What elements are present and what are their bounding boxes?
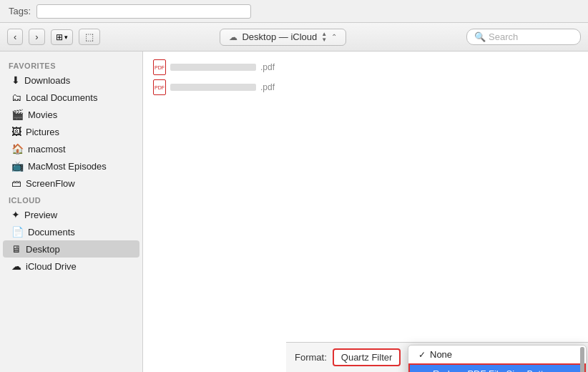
sidebar-item-icloud-drive[interactable]: ☁ iCloud Drive [3,258,139,275]
macmost-episodes-icon: 📺 [11,160,24,172]
movies-icon: 🎬 [11,109,24,120]
expand-icon: ⌃ [331,33,337,41]
view-button[interactable]: ⊞ ▾ [51,29,73,45]
location-text: Desktop — iCloud [242,31,317,42]
file-name [170,64,256,71]
search-bar[interactable]: 🔍 Search [466,29,581,45]
search-icon: 🔍 [474,31,486,42]
sidebar-item-label: Local Documents [26,92,97,103]
view-chevron-icon: ▾ [64,34,68,41]
content-area: PDF .pdf PDF .pdf Format: Quartz Filter … [143,52,588,372]
documents-icon: 📄 [11,226,24,238]
favorites-section-label: Favorites [0,57,142,72]
desktop-icon: 🖥 [11,243,21,255]
sidebar-item-label: iCloud Drive [26,261,77,272]
sidebar-item-label: ScreenFlow [26,178,75,189]
sidebar-item-label: macmost [28,144,66,155]
screenflow-icon: 🗃 [11,177,21,189]
location-pill[interactable]: ☁ Desktop — iCloud ▲ ▼ ⌃ [220,29,346,46]
sidebar-item-label: Movies [28,109,57,120]
sidebar-item-desktop[interactable]: 🖥 Desktop [3,240,139,258]
sidebar-item-screenflow[interactable]: 🗃 ScreenFlow [3,175,139,192]
forward-button[interactable]: › [29,29,44,45]
dropdown-item-none[interactable]: None [408,346,586,363]
dropdown-item-reduce-pdf[interactable]: Reduce PDF File Size Better [408,363,586,372]
file-ext: .pdf [260,82,275,92]
file-item[interactable]: PDF .pdf [149,77,582,97]
pdf-icon: PDF [153,79,166,95]
sidebar-item-label: Desktop [26,244,60,255]
sidebar-item-macmost-episodes[interactable]: 📺 MacMost Episodes [3,157,139,175]
toolbar: ‹ › ⊞ ▾ ⬚ ☁ Desktop — iCloud ▲ ▼ ⌃ 🔍 Sea… [0,23,588,52]
downloads-icon: ⬇ [11,74,20,86]
sidebar-item-label: MacMost Episodes [28,161,107,172]
preview-icon: ✦ [11,209,20,220]
macmost-icon: 🏠 [11,143,24,155]
format-label: Format: [295,352,327,363]
back-button[interactable]: ‹ [7,29,23,45]
sidebar-item-label: Downloads [24,75,70,86]
sidebar-item-movies[interactable]: 🎬 Movies [3,106,139,123]
pdf-icon: PDF [153,59,166,75]
dropdown-menu: None Reduce PDF File Size Better Blue To… [408,345,587,372]
sidebar: Favorites ⬇ Downloads 🗂 Local Documents … [0,52,143,372]
scrollbar-thumb [580,347,584,372]
tags-bar: Tags: [0,0,588,23]
icloud-section-label: iCloud [0,192,142,206]
sidebar-item-local-documents[interactable]: 🗂 Local Documents [3,89,139,106]
cloud-icon: ☁ [229,32,237,42]
sidebar-item-downloads[interactable]: ⬇ Downloads [3,72,139,89]
sidebar-item-macmost[interactable]: 🏠 macmost [3,140,139,157]
local-documents-icon: 🗂 [11,92,21,103]
file-list: PDF .pdf PDF .pdf [143,52,588,103]
sidebar-item-label: Pictures [26,127,59,137]
sidebar-item-preview[interactable]: ✦ Preview [3,206,139,223]
location-arrows[interactable]: ▲ ▼ [321,31,327,43]
sidebar-item-documents[interactable]: 📄 Documents [3,223,139,240]
file-ext: .pdf [260,62,275,72]
main-layout: Favorites ⬇ Downloads 🗂 Local Documents … [0,52,588,372]
sidebar-item-pictures[interactable]: 🖼 Pictures [3,123,139,140]
tags-input[interactable] [36,4,251,19]
action-button[interactable]: ⬚ [79,29,100,45]
sidebar-item-label: Documents [28,227,75,238]
dropdown-scrollbar[interactable] [580,347,584,372]
pictures-icon: 🖼 [11,126,21,137]
view-icon: ⊞ [56,32,63,42]
sidebar-item-label: Preview [24,210,57,220]
file-item[interactable]: PDF .pdf [149,57,582,77]
quartz-filter-button[interactable]: Quartz Filter [333,348,401,366]
location-bar: ☁ Desktop — iCloud ▲ ▼ ⌃ [106,29,461,46]
file-name [170,84,256,91]
search-placeholder: Search [489,31,518,42]
tags-label: Tags: [9,6,31,16]
icloud-drive-icon: ☁ [11,260,21,272]
